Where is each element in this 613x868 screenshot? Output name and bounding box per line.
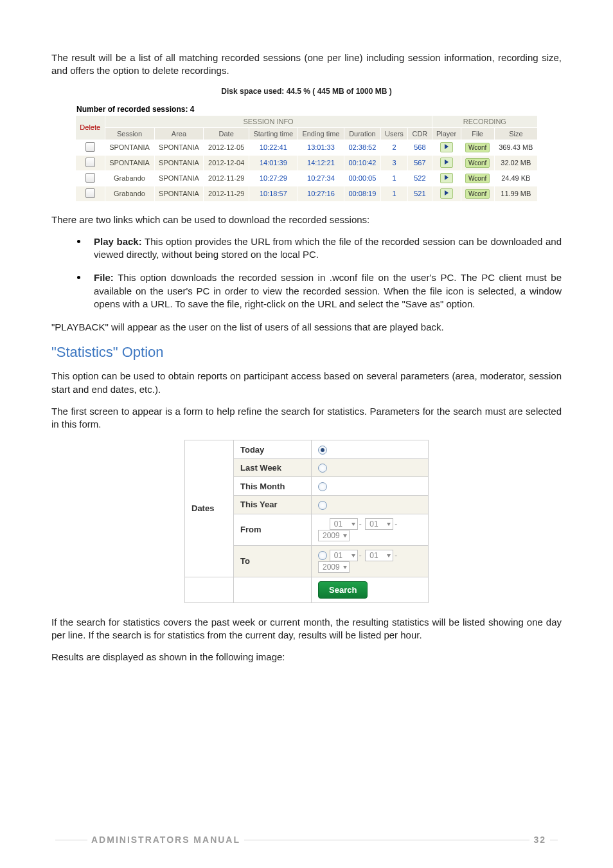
col-session: Session bbox=[105, 127, 154, 140]
radio-range[interactable] bbox=[318, 551, 327, 560]
cell-users: 1 bbox=[380, 186, 407, 201]
from-day-select[interactable]: 01 bbox=[330, 518, 358, 530]
col-start: Starting time bbox=[249, 127, 298, 140]
cell-area: SPONTANIA bbox=[154, 170, 204, 186]
col-player: Player bbox=[432, 127, 461, 140]
table-row: GrabandoSPONTANIA2012-11-2910:18:5710:27… bbox=[76, 186, 538, 201]
cell-duration: 02:38:52 bbox=[344, 140, 381, 155]
wconf-file-link[interactable]: Wconf bbox=[465, 143, 490, 152]
cell-end: 13:01:33 bbox=[298, 140, 344, 155]
col-cdr: CDR bbox=[408, 127, 432, 140]
col-session-info: SESSION INFO bbox=[105, 115, 432, 127]
cell-size: 32.02 MB bbox=[494, 155, 537, 170]
cell-session: SPONTANIA bbox=[105, 140, 154, 155]
play-icon[interactable] bbox=[440, 158, 453, 168]
cell-cdr: 522 bbox=[408, 170, 432, 186]
cell-start: 10:18:57 bbox=[249, 186, 298, 201]
row-thismonth-label: This Month bbox=[234, 477, 312, 496]
cell-start: 14:01:39 bbox=[249, 155, 298, 170]
col-end: Ending time bbox=[298, 127, 344, 140]
statistics-heading: "Statistics" Option bbox=[51, 344, 562, 361]
cell-date: 2012-12-05 bbox=[204, 140, 249, 155]
delete-checkbox[interactable] bbox=[85, 173, 95, 183]
col-users: Users bbox=[380, 127, 407, 140]
cell-duration: 00:08:19 bbox=[344, 186, 381, 201]
play-icon[interactable] bbox=[440, 173, 453, 183]
disk-space-caption: Disk space used: 44.5 % ( 445 MB of 1000… bbox=[51, 87, 562, 96]
footer-title: ADMINISTRATORS MANUAL bbox=[91, 835, 240, 845]
cell-date: 2012-12-04 bbox=[204, 155, 249, 170]
from-month-select[interactable]: 01 bbox=[365, 518, 393, 530]
radio-this-month[interactable] bbox=[318, 482, 327, 491]
play-icon[interactable] bbox=[440, 188, 453, 199]
cell-session: Grabando bbox=[105, 186, 154, 201]
from-year-select[interactable]: 2009 bbox=[318, 530, 350, 541]
col-area: Area bbox=[154, 127, 204, 140]
wconf-file-link[interactable]: Wconf bbox=[465, 189, 490, 199]
cell-size: 11.99 MB bbox=[494, 186, 537, 201]
stats-paragraph-4: Results are displayed as shown in the fo… bbox=[51, 651, 562, 664]
delete-checkbox[interactable] bbox=[85, 188, 95, 198]
wconf-file-link[interactable]: Wconf bbox=[465, 174, 490, 183]
cell-area: SPONTANIA bbox=[154, 140, 204, 155]
cell-cdr: 567 bbox=[408, 155, 432, 170]
cell-size: 24.49 KB bbox=[494, 170, 537, 186]
cell-duration: 00:10:42 bbox=[344, 155, 381, 170]
delete-checkbox[interactable] bbox=[85, 158, 95, 167]
cell-start: 10:22:41 bbox=[249, 140, 298, 155]
cell-end: 14:12:21 bbox=[298, 155, 344, 170]
cell-start: 10:27:29 bbox=[249, 170, 298, 186]
sessions-table: Delete SESSION INFO RECORDING Session Ar… bbox=[75, 115, 538, 202]
cell-date: 2012-11-29 bbox=[204, 170, 249, 186]
cell-date: 2012-11-29 bbox=[204, 186, 249, 201]
playback-note: "PLAYBACK" will appear as the user on th… bbox=[51, 321, 562, 334]
cell-cdr: 568 bbox=[408, 140, 432, 155]
dates-group-label: Dates bbox=[185, 440, 234, 577]
table-row: GrabandoSPONTANIA2012-11-2910:27:2910:27… bbox=[76, 170, 538, 186]
stats-paragraph-1: This option can be used to obtain report… bbox=[51, 370, 562, 396]
footer-page-number: 32 bbox=[533, 835, 546, 845]
stats-paragraph-2: The first screen to appear is a form to … bbox=[51, 405, 562, 431]
dates-widget: Dates Today Last Week This Month This Ye… bbox=[184, 440, 429, 602]
col-duration: Duration bbox=[344, 127, 381, 140]
cell-end: 10:27:34 bbox=[298, 170, 344, 186]
bullet-file-text: This option downloads the recorded sessi… bbox=[94, 272, 562, 309]
stats-paragraph-3: If the search for statistics covers the … bbox=[51, 616, 562, 642]
bullet-playback-label: Play back: bbox=[94, 236, 142, 247]
cell-area: SPONTANIA bbox=[154, 155, 204, 170]
cell-area: SPONTANIA bbox=[154, 186, 204, 201]
search-button[interactable]: Search bbox=[318, 581, 368, 599]
col-date: Date bbox=[204, 127, 249, 140]
delete-checkbox[interactable] bbox=[85, 142, 95, 152]
radio-today[interactable] bbox=[318, 446, 327, 455]
cell-session: Grabando bbox=[105, 170, 154, 186]
play-icon[interactable] bbox=[440, 142, 453, 152]
cell-cdr: 521 bbox=[408, 186, 432, 201]
links-paragraph: There are two links which can be used to… bbox=[51, 213, 562, 226]
bullet-playback-text: This option provides the URL from which … bbox=[94, 236, 562, 260]
bullet-file: File: This option downloads the recorded… bbox=[77, 271, 562, 311]
cell-users: 3 bbox=[380, 155, 407, 170]
sessions-table-wrap: Number of recorded sessions: 4 Delete SE… bbox=[75, 105, 538, 202]
to-year-select[interactable]: 2009 bbox=[318, 561, 350, 573]
cell-users: 2 bbox=[380, 140, 407, 155]
sessions-count: Number of recorded sessions: 4 bbox=[76, 105, 538, 114]
cell-users: 1 bbox=[380, 170, 407, 186]
intro-paragraph: The result will be a list of all matchin… bbox=[51, 51, 562, 78]
row-thisyear-label: This Year bbox=[234, 495, 312, 514]
table-row: SPONTANIASPONTANIA2012-12-0414:01:3914:1… bbox=[76, 155, 538, 170]
row-lastweek-label: Last Week bbox=[234, 458, 312, 477]
col-file: File bbox=[461, 127, 494, 140]
cell-session: SPONTANIA bbox=[105, 155, 154, 170]
row-to-label: To bbox=[234, 545, 312, 577]
col-delete: Delete bbox=[76, 115, 105, 140]
col-size: Size bbox=[494, 127, 537, 140]
bullet-file-label: File: bbox=[94, 272, 114, 283]
radio-last-week[interactable] bbox=[318, 464, 327, 473]
to-month-select[interactable]: 01 bbox=[365, 550, 393, 561]
to-day-select[interactable]: 01 bbox=[330, 550, 358, 561]
col-recording: RECORDING bbox=[432, 115, 537, 127]
cell-duration: 00:00:05 bbox=[344, 170, 381, 186]
radio-this-year[interactable] bbox=[318, 501, 327, 510]
wconf-file-link[interactable]: Wconf bbox=[465, 158, 490, 168]
